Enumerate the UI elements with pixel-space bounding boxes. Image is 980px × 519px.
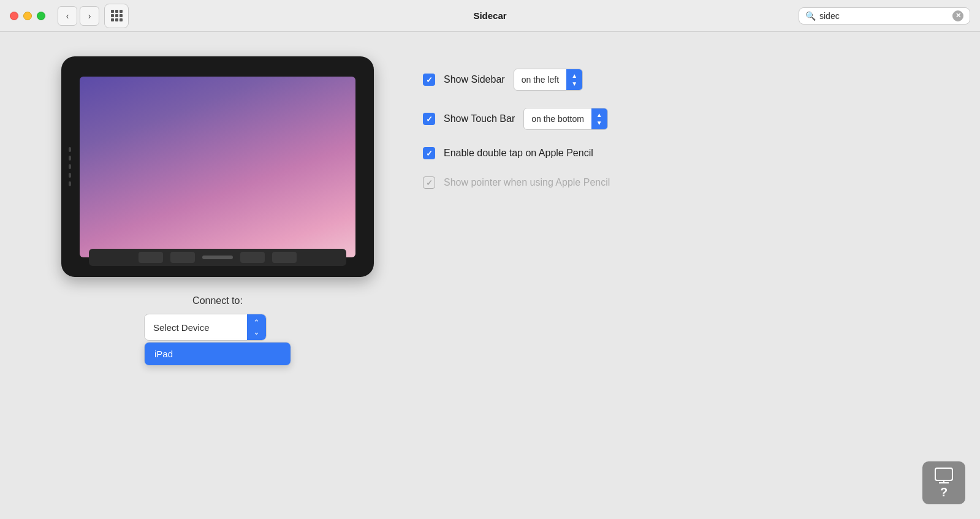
- ipad-screen: [80, 77, 355, 257]
- chevron-down-icon: ⌃⌄: [253, 318, 260, 336]
- touch-bar-seg-3: [240, 252, 265, 263]
- sidebar-position-dropdown[interactable]: on the left ▲ ▼: [514, 69, 583, 91]
- search-input[interactable]: [819, 11, 949, 21]
- ipad-side-btn-5: [69, 181, 71, 186]
- ipad-side-buttons: [69, 147, 71, 186]
- grid-view-button[interactable]: [104, 4, 129, 28]
- show-touch-bar-label: Show Touch Bar: [444, 113, 515, 124]
- window-title: Sidecar: [473, 10, 506, 21]
- touch-bar-seg-2: [170, 252, 195, 263]
- ipad-bottom-bar: [89, 249, 346, 266]
- back-button[interactable]: ‹: [58, 6, 77, 26]
- help-button[interactable]: ?: [922, 461, 965, 504]
- checkmark-icon: ✓: [426, 179, 433, 187]
- chevron-down-icon: ▼: [596, 119, 602, 126]
- traffic-lights: [10, 12, 45, 20]
- show-touch-bar-checkbox[interactable]: ✓: [423, 113, 435, 125]
- clear-search-button[interactable]: ✕: [952, 10, 963, 21]
- select-device-label: Select Device: [145, 319, 247, 336]
- chevron-up-icon: ▲: [571, 72, 577, 79]
- help-icon: ?: [934, 467, 954, 499]
- show-sidebar-checkbox[interactable]: ✓: [423, 74, 435, 86]
- double-tap-checkbox[interactable]: ✓: [423, 147, 435, 159]
- touch-bar-position-arrow: ▲ ▼: [591, 108, 607, 129]
- svg-rect-0: [935, 468, 952, 480]
- touch-bar-position-value: on the bottom: [524, 111, 591, 127]
- close-button[interactable]: [10, 12, 18, 20]
- device-dropdown-wrapper: Select Device ⌃⌄ iPad: [144, 314, 291, 366]
- show-sidebar-label: Show Sidebar: [444, 74, 505, 85]
- search-bar[interactable]: 🔍 ✕: [799, 7, 970, 25]
- sidebar-position-arrow: ▲ ▼: [566, 69, 582, 90]
- device-dropdown-menu: iPad: [144, 342, 291, 366]
- show-pointer-checkbox[interactable]: ✓: [423, 176, 435, 189]
- forward-button[interactable]: ›: [80, 6, 99, 26]
- connect-label: Connect to:: [192, 295, 243, 306]
- chevron-up-icon: ▲: [596, 112, 602, 118]
- touch-bar-home: [202, 256, 233, 259]
- show-pointer-label: Show pointer when using Apple Pencil: [444, 177, 610, 188]
- ipad-section: Connect to: Select Device ⌃⌄ iPad: [61, 56, 374, 494]
- ipad-body: [61, 56, 374, 277]
- select-device-arrow: ⌃⌄: [247, 314, 266, 340]
- chevron-down-icon: ▼: [571, 80, 577, 87]
- help-question-mark: ?: [940, 485, 948, 499]
- show-touch-bar-row: ✓ Show Touch Bar on the bottom ▲ ▼: [423, 108, 943, 130]
- checkmark-icon: ✓: [426, 76, 433, 84]
- connect-section: Connect to: Select Device ⌃⌄ iPad: [144, 295, 291, 366]
- ipad-side-btn-4: [69, 173, 71, 178]
- checkmark-icon: ✓: [426, 115, 433, 123]
- double-tap-row: ✓ Enable double tap on Apple Pencil: [423, 147, 943, 159]
- double-tap-label: Enable double tap on Apple Pencil: [444, 148, 593, 159]
- back-icon: ‹: [66, 11, 69, 21]
- ipad-side-btn-1: [69, 147, 71, 152]
- touch-bar-seg-4: [272, 252, 297, 263]
- sidebar-position-value: on the left: [514, 72, 567, 88]
- touch-bar-seg-1: [139, 252, 163, 263]
- touch-bar-position-dropdown[interactable]: on the bottom ▲ ▼: [523, 108, 608, 130]
- forward-icon: ›: [88, 11, 91, 21]
- maximize-button[interactable]: [37, 12, 45, 20]
- show-pointer-row: ✓ Show pointer when using Apple Pencil: [423, 176, 943, 189]
- ipad-illustration: [61, 56, 374, 277]
- nav-buttons: ‹ ›: [58, 6, 99, 26]
- search-icon: 🔍: [805, 11, 816, 21]
- device-option-ipad[interactable]: iPad: [145, 343, 291, 365]
- titlebar: ‹ › Sidecar 🔍 ✕: [0, 0, 980, 32]
- main-content: Connect to: Select Device ⌃⌄ iPad ✓ Show: [0, 32, 980, 519]
- show-sidebar-row: ✓ Show Sidebar on the left ▲ ▼: [423, 69, 943, 91]
- checkmark-icon: ✓: [426, 150, 433, 157]
- minimize-button[interactable]: [23, 12, 32, 20]
- ipad-side-btn-2: [69, 156, 71, 161]
- settings-section: ✓ Show Sidebar on the left ▲ ▼ ✓ Show To…: [423, 56, 943, 494]
- grid-icon: [111, 10, 123, 21]
- select-device-dropdown[interactable]: Select Device ⌃⌄: [144, 314, 267, 341]
- monitor-icon: [934, 467, 954, 484]
- ipad-side-btn-3: [69, 164, 71, 169]
